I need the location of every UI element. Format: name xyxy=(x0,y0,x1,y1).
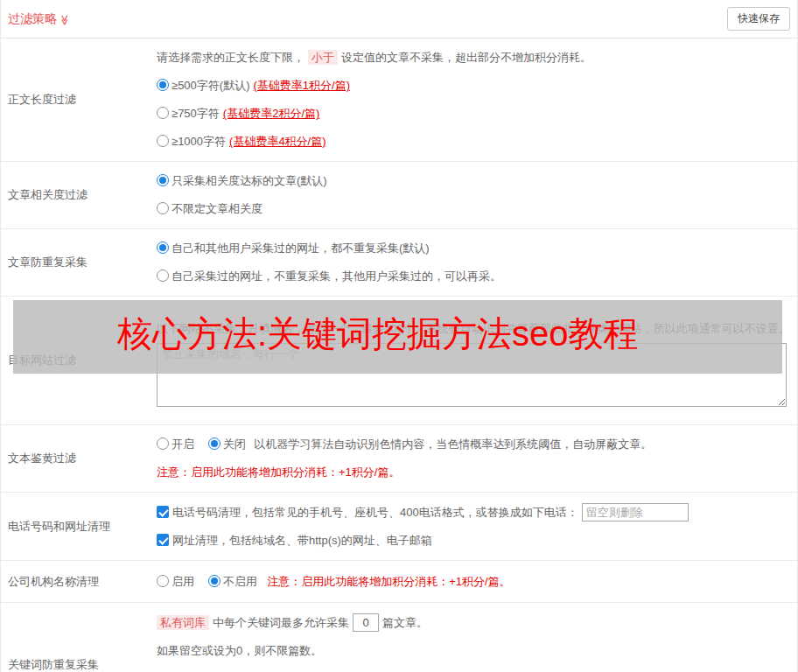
company-warning: 注意：启用此功能将增加积分消耗：+1积分/篇。 xyxy=(267,575,510,588)
dedupe-option-global[interactable]: 自己和其他用户采集过的网址，都不重复采集(默认) xyxy=(157,240,790,257)
row-relevance-filter: 文章相关度过滤 只采集相关度达标的文章(默认) 不限定文章相关度 xyxy=(1,162,797,229)
row-company-cleanup: 公司机构名称清理 启用 不启用 注意：启用此功能将增加积分消耗：+1积分/篇。 xyxy=(1,561,797,603)
row-content-keyword: 私有词库中每个关键词最多允许采集篇文章。 如果留空或设为0，则不限篇数。 如果设… xyxy=(157,603,797,672)
porn-off-label: 关闭 xyxy=(223,438,246,451)
url-cleanup-label: 网址清理，包括纯域名、带http(s)的网址、电子邮箱 xyxy=(172,534,432,547)
relevance-any-label: 不限定文章相关度 xyxy=(172,202,262,215)
row-phone-url-cleanup: 电话号码和网址清理 电话号码清理，包括常见的手机号、座机号、400电话格式，或替… xyxy=(1,493,797,561)
keyword-note-zero: 如果留空或设为0，则不限篇数。 xyxy=(157,642,790,660)
phone-cleanup-option[interactable]: 电话号码清理，包括常见的手机号、座机号、400电话格式，或替换成如下电话： xyxy=(157,503,790,522)
page-title-text: 过滤策略 xyxy=(8,11,57,27)
keyword-limit-line: 私有词库中每个关键词最多允许采集篇文章。 xyxy=(157,613,790,632)
length-option-750-label: ≥750字符 xyxy=(172,107,220,120)
replacement-phone-input[interactable] xyxy=(582,503,689,522)
row-label-porn-filter: 文本鉴黄过滤 xyxy=(1,425,157,492)
company-options: 启用 不启用 注意：启用此功能将增加积分消耗：+1积分/篇。 xyxy=(157,573,790,591)
row-keyword-dedupe: 关键词防重复采集 私有词库中每个关键词最多允许采集篇文章。 如果留空或设为0，则… xyxy=(1,603,797,672)
page-title[interactable]: 过滤策略 ≫ xyxy=(8,11,71,27)
row-label-dedupe: 文章防重复采集 xyxy=(1,229,157,296)
watermark-text: 核心方法:关键词挖掘方法seo教程 xyxy=(117,312,639,354)
row-content-dedupe: 自己和其他用户采集过的网址，都不重复采集(默认) 自己采集过的网址，不重复采集，… xyxy=(157,229,797,296)
company-option-disable[interactable]: 不启用 xyxy=(208,575,257,588)
body-length-intro: 请选择需求的正文长度下限，小于设定值的文章不采集，超出部分不增加积分消耗。 xyxy=(157,49,790,66)
radio-relevance-strict-icon[interactable] xyxy=(157,174,169,186)
length-option-500[interactable]: ≥500字符(默认)(基础费率1积分/篇) xyxy=(157,77,790,94)
quick-save-button[interactable]: 快速保存 xyxy=(727,7,790,31)
phone-cleanup-label: 电话号码清理，包括常见的手机号、座机号、400电话格式，或替换成如下电话： xyxy=(172,506,578,519)
row-label-phone-url: 电话号码和网址清理 xyxy=(1,493,157,560)
radio-porn-off-icon[interactable] xyxy=(208,438,220,450)
row-content-phone-url: 电话号码清理，包括常见的手机号、座机号、400电话格式，或替换成如下电话： 网址… xyxy=(157,493,797,560)
private-lexicon-mark: 私有词库 xyxy=(157,615,209,630)
row-content-company: 启用 不启用 注意：启用此功能将增加积分消耗：+1积分/篇。 xyxy=(157,561,797,602)
company-enable-label: 启用 xyxy=(172,575,194,588)
length-option-750-fee: (基础费率2积分/篇) xyxy=(223,107,320,120)
porn-option-on[interactable]: 开启 xyxy=(157,438,194,451)
url-cleanup-option[interactable]: 网址清理，包括纯域名、带http(s)的网址、电子邮箱 xyxy=(157,532,790,550)
row-label-body-length: 正文长度过滤 xyxy=(1,38,157,161)
radio-company-enable-icon[interactable] xyxy=(157,575,169,587)
dedupe-option-self[interactable]: 自己采集过的网址，不重复采集，其他用户采集过的，可以再采。 xyxy=(157,268,790,285)
filter-strategy-page: 过滤策略 ≫ 快速保存 正文长度过滤 请选择需求的正文长度下限，小于设定值的文章… xyxy=(0,0,798,672)
radio-dedupe-self-icon[interactable] xyxy=(157,270,169,282)
row-label-relevance: 文章相关度过滤 xyxy=(1,162,157,228)
porn-option-off[interactable]: 关闭 xyxy=(208,438,246,451)
length-option-1000[interactable]: ≥1000字符(基础费率4积分/篇) xyxy=(157,133,790,150)
porn-filter-options: 开启 关闭 以机器学习算法自动识别色情内容，当色情概率达到系统阈值，自动屏蔽文章… xyxy=(157,436,790,453)
relevance-option-any[interactable]: 不限定文章相关度 xyxy=(157,200,790,218)
row-content-body-length: 请选择需求的正文长度下限，小于设定值的文章不采集，超出部分不增加积分消耗。 ≥5… xyxy=(157,38,797,161)
intro-post: 设定值的文章不采集，超出部分不增加积分消耗。 xyxy=(341,51,592,64)
length-option-500-fee: (基础费率1积分/篇) xyxy=(253,79,350,92)
radio-porn-on-icon[interactable] xyxy=(157,438,169,450)
keyword-limit-unit: 篇文章。 xyxy=(382,616,428,629)
chevron-double-down-icon: ≫ xyxy=(59,14,71,25)
row-label-company: 公司机构名称清理 xyxy=(1,561,157,602)
row-content-porn-filter: 开启 关闭 以机器学习算法自动识别色情内容，当色情概率达到系统阈值，自动屏蔽文章… xyxy=(157,425,797,492)
length-option-750[interactable]: ≥750字符(基础费率2积分/篇) xyxy=(157,105,790,122)
row-label-keyword: 关键词防重复采集 xyxy=(1,603,157,672)
dedupe-global-label: 自己和其他用户采集过的网址，都不重复采集(默认) xyxy=(172,242,430,255)
company-option-enable[interactable]: 启用 xyxy=(157,575,194,588)
row-body-length-filter: 正文长度过滤 请选择需求的正文长度下限，小于设定值的文章不采集，超出部分不增加积… xyxy=(1,38,797,162)
radio-relevance-any-icon[interactable] xyxy=(157,202,169,214)
porn-filter-warning: 注意：启用此功能将增加积分消耗：+1积分/篇。 xyxy=(157,464,790,481)
intro-pre: 请选择需求的正文长度下限， xyxy=(157,51,304,64)
length-option-500-label: ≥500字符(默认) xyxy=(172,79,249,92)
checkbox-url-cleanup-icon[interactable] xyxy=(157,534,169,546)
checkbox-phone-cleanup-icon[interactable] xyxy=(157,506,169,518)
keyword-limit-text: 中每个关键词最多允许采集 xyxy=(213,616,349,629)
topbar: 过滤策略 ≫ 快速保存 xyxy=(1,0,797,38)
radio-1000-icon[interactable] xyxy=(157,135,169,147)
radio-dedupe-global-icon[interactable] xyxy=(157,242,169,254)
porn-on-label: 开启 xyxy=(172,438,194,451)
relevance-option-strict[interactable]: 只采集相关度达标的文章(默认) xyxy=(157,172,790,190)
less-than-mark: 小于 xyxy=(308,50,338,65)
dedupe-self-label: 自己采集过的网址，不重复采集，其他用户采集过的，可以再采。 xyxy=(172,270,501,283)
radio-750-icon[interactable] xyxy=(157,107,169,119)
company-disable-label: 不启用 xyxy=(223,575,257,588)
length-option-1000-fee: (基础费率4积分/篇) xyxy=(229,135,326,148)
keyword-limit-input[interactable] xyxy=(353,613,379,632)
relevance-strict-label: 只采集相关度达标的文章(默认) xyxy=(172,174,327,187)
radio-500-icon[interactable] xyxy=(157,79,169,91)
row-dedupe-filter: 文章防重复采集 自己和其他用户采集过的网址，都不重复采集(默认) 自己采集过的网… xyxy=(1,229,797,297)
radio-company-disable-icon[interactable] xyxy=(208,575,220,587)
row-porn-filter: 文本鉴黄过滤 开启 关闭 以机器学习算法自动识别色情内容，当色情概率达到系统阈值… xyxy=(1,425,797,493)
length-option-1000-label: ≥1000字符 xyxy=(172,135,226,148)
porn-filter-description: 以机器学习算法自动识别色情内容，当色情概率达到系统阈值，自动屏蔽文章。 xyxy=(254,438,652,451)
row-content-relevance: 只采集相关度达标的文章(默认) 不限定文章相关度 xyxy=(157,162,797,228)
